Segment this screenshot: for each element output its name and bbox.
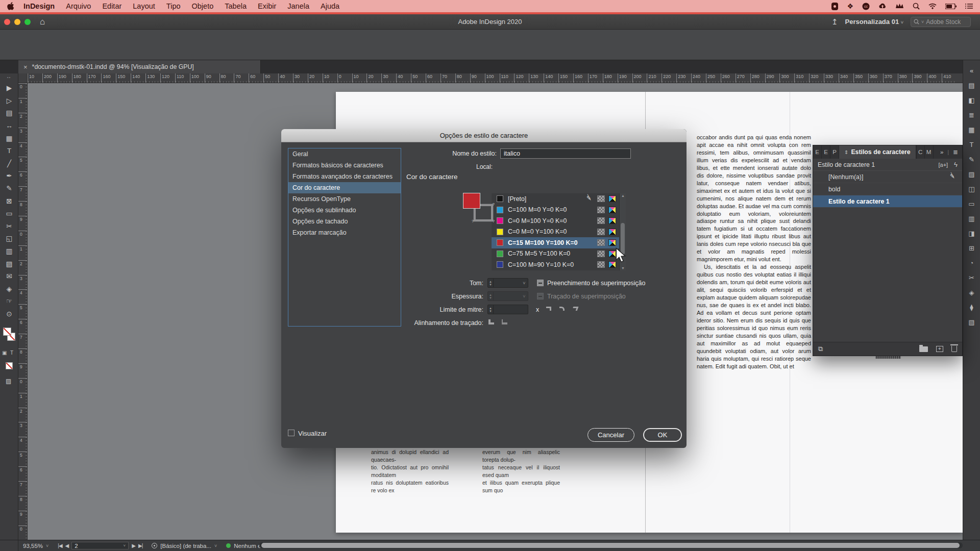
section-recursos-opentype[interactable]: Recursos OpenType: [288, 193, 401, 205]
menu-exibir[interactable]: Exibir: [258, 2, 276, 10]
battery-icon[interactable]: [945, 4, 957, 9]
eyedropper-tool[interactable]: ◈: [0, 283, 18, 295]
collapsed-tab[interactable]: E: [813, 145, 822, 159]
text-column[interactable]: animus di dolupid ellandici ad quaecaes-…: [371, 448, 449, 494]
wifi-icon[interactable]: [928, 3, 937, 9]
menu-janela[interactable]: Janela: [287, 2, 309, 10]
new-style-icon[interactable]: +: [936, 346, 943, 352]
pencil-tool[interactable]: ✎: [0, 182, 18, 195]
swatch-row[interactable]: C=0 M=0 Y=100 K=0: [492, 227, 619, 238]
fill-proxy-swatch[interactable]: [3, 328, 11, 336]
stock-search-input[interactable]: [926, 18, 967, 26]
cancel-button[interactable]: Cancelar: [587, 428, 634, 442]
swatch-row[interactable]: [Preto]: [492, 193, 619, 205]
section-opcoes-sublinhado[interactable]: Opções de sublinhado: [288, 205, 401, 216]
zoom-tool[interactable]: ⊙: [0, 308, 18, 320]
panel-dock-icon[interactable]: ≣: [963, 108, 980, 122]
collapsed-tab[interactable]: P: [830, 145, 839, 159]
panel-dock-icon[interactable]: T: [963, 137, 980, 152]
collapsed-tab[interactable]: M: [925, 145, 934, 159]
panel-dock-icon[interactable]: ▭: [963, 196, 980, 211]
control-center-icon[interactable]: [965, 3, 973, 9]
line-tool[interactable]: ╱: [0, 157, 18, 170]
panel-dock-icon[interactable]: ⧫: [963, 300, 980, 315]
style-name-input[interactable]: italico: [500, 148, 631, 159]
panel-dock-icon[interactable]: ◧: [963, 93, 980, 108]
workspace-switcher[interactable]: Personalizada 01 ˅: [845, 18, 903, 26]
panel-dock-icon[interactable]: ◈: [963, 285, 980, 300]
rectangle-frame-tool[interactable]: ⊠: [0, 194, 18, 207]
preview-checkbox[interactable]: [288, 430, 295, 436]
panel-dock-icon[interactable]: ✂: [963, 270, 980, 285]
menu-layout[interactable]: Layout: [133, 2, 155, 10]
menu-arquivo[interactable]: Arquivo: [66, 2, 91, 10]
previous-page-button[interactable]: ◀: [65, 543, 69, 548]
panel-resize-grip[interactable]: [875, 356, 901, 359]
note-tool[interactable]: ✉: [0, 270, 18, 283]
tab-estilos-de-caractere[interactable]: ⇕ Estilos de caractere: [839, 145, 916, 159]
menu-objeto[interactable]: Objeto: [192, 2, 214, 10]
gradient-feather-tool[interactable]: ▨: [0, 257, 18, 270]
formatting-affects-text-icon[interactable]: T: [10, 350, 13, 356]
panel-dock-icon[interactable]: ◔: [963, 256, 980, 270]
scroll-up-icon[interactable]: ▲: [620, 194, 626, 197]
section-geral[interactable]: Geral: [288, 148, 401, 160]
delete-style-icon[interactable]: [951, 346, 957, 352]
preflight-icon[interactable]: [152, 543, 157, 548]
ok-button[interactable]: OK: [643, 428, 682, 442]
section-exportar-marcacao[interactable]: Exportar marcação: [288, 227, 401, 238]
panel-dock-icon[interactable]: ▤: [963, 78, 980, 93]
menu-indesign[interactable]: InDesign: [23, 2, 55, 10]
overprint-fill-checkbox[interactable]: [537, 280, 544, 286]
panel-dock-icon[interactable]: ✎: [963, 152, 980, 167]
dialog-titlebar[interactable]: Opções de estilo de caractere: [281, 129, 687, 142]
tools-panel-grip[interactable]: ••: [0, 73, 18, 82]
spotlight-icon[interactable]: [913, 3, 920, 10]
next-page-button[interactable]: ▶: [132, 543, 135, 548]
miter-join-icon[interactable]: [545, 305, 554, 313]
menu-tabela[interactable]: Tabela: [225, 2, 247, 10]
zoom-window-button[interactable]: [24, 19, 31, 25]
menu-tipo[interactable]: Tipo: [166, 2, 181, 10]
panel-dock-icon[interactable]: ▦: [963, 122, 980, 137]
dropbox-icon[interactable]: ❖: [847, 2, 853, 10]
gradient-swatch-tool[interactable]: ▥: [0, 245, 18, 258]
cloud-upload-icon[interactable]: [878, 3, 887, 10]
section-formatos-avancados[interactable]: Formatos avançados de caracteres: [288, 171, 401, 182]
swatch-row[interactable]: C=100 M=90 Y=10 K=0: [492, 259, 619, 270]
collapsed-tab[interactable]: E: [822, 145, 830, 159]
swatch-row[interactable]: C=100 M=0 Y=0 K=0: [492, 205, 619, 216]
minimize-window-button[interactable]: [14, 19, 20, 25]
style-mapping-icon[interactable]: [a+]: [938, 162, 948, 168]
last-page-button[interactable]: ▶|: [138, 543, 142, 548]
menu-ajuda[interactable]: Ajuda: [321, 2, 339, 10]
page-tool[interactable]: ▤: [0, 107, 18, 119]
free-transform-tool[interactable]: ◱: [0, 232, 18, 245]
formatting-affects-container-icon[interactable]: ▣: [2, 350, 7, 356]
rectangle-tool[interactable]: ▭: [0, 207, 18, 220]
tint-input[interactable]: ▴▾ ˅: [487, 278, 528, 288]
stock-search[interactable]: ˅: [911, 17, 971, 27]
password-manager-icon[interactable]: [831, 3, 838, 10]
horizontal-scrollbar-thumb[interactable]: [261, 543, 960, 548]
horizontal-scrollbar[interactable]: [259, 542, 963, 548]
gap-tool[interactable]: ↔: [0, 119, 18, 132]
apply-none-button[interactable]: [6, 362, 13, 369]
menu-editar[interactable]: Editar: [102, 2, 121, 10]
collapsed-tab[interactable]: C: [916, 145, 925, 159]
swatch-row[interactable]: C=0 M=100 Y=0 K=0: [492, 215, 619, 227]
style-row[interactable]: Estilo de caractere 1: [813, 195, 962, 208]
content-collector-tool[interactable]: ▦: [0, 132, 18, 144]
text-column[interactable]: everum que nim aliaspelic torepta dolup-…: [482, 448, 560, 494]
stroke-align-center-icon[interactable]: [487, 318, 497, 326]
direct-selection-tool[interactable]: ▷: [0, 94, 18, 107]
close-window-button[interactable]: [4, 19, 10, 25]
creative-cloud-icon[interactable]: cc: [862, 3, 870, 10]
swatch-row[interactable]: C=75 M=5 Y=100 K=0: [492, 248, 619, 260]
panel-dock-icon[interactable]: «: [963, 63, 980, 78]
stroke-align-inside-icon[interactable]: [501, 318, 510, 326]
section-opcoes-tachado[interactable]: Opções de tachado: [288, 216, 401, 227]
panel-dock-icon[interactable]: ▨: [963, 167, 980, 182]
pen-tool[interactable]: ✒: [0, 169, 18, 182]
first-page-button[interactable]: |◀: [58, 543, 62, 548]
